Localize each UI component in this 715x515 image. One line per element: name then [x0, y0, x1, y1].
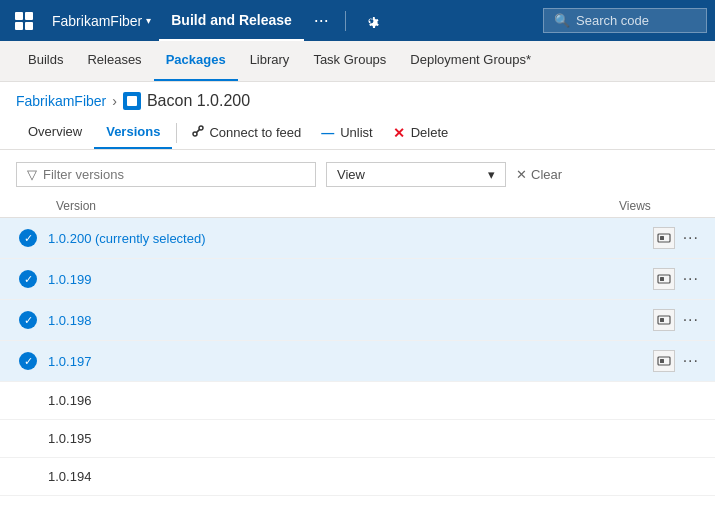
breadcrumb: FabrikamFiber › Bacon 1.0.200 — [0, 82, 715, 116]
filter-icon: ▽ — [27, 167, 37, 182]
nav-item-library[interactable]: Library — [238, 40, 302, 81]
svg-point-6 — [199, 126, 203, 130]
row-actions: ··· — [653, 227, 699, 249]
nav-item-task-groups[interactable]: Task Groups — [301, 40, 398, 81]
row-view-icon[interactable] — [653, 227, 675, 249]
row-version-link[interactable]: 1.0.199 — [48, 272, 653, 287]
svg-rect-1 — [25, 12, 33, 20]
column-header-views: Views — [619, 199, 699, 213]
table-body: ✓ 1.0.200 (currently selected) ··· ✓ 1.0… — [0, 218, 715, 496]
row-more-icon[interactable]: ··· — [683, 352, 699, 370]
row-actions: ··· — [653, 268, 699, 290]
row-checkbox[interactable]: ✓ — [16, 226, 40, 250]
row-version-text: 1.0.195 — [16, 431, 699, 446]
svg-rect-9 — [660, 236, 664, 240]
top-nav: FabrikamFiber ▾ Build and Release ··· 🔍 … — [0, 0, 715, 41]
table-row: ✓ 1.0.200 (currently selected) ··· — [0, 218, 715, 259]
connect-to-feed-button[interactable]: Connect to feed — [181, 118, 311, 147]
row-version-link[interactable]: 1.0.200 (currently selected) — [48, 231, 653, 246]
unlist-button[interactable]: — Unlist — [311, 119, 383, 146]
nav-item-builds[interactable]: Builds — [16, 40, 75, 81]
svg-rect-2 — [15, 22, 23, 30]
clear-button[interactable]: ✕ Clear — [516, 167, 562, 182]
settings-icon[interactable] — [352, 12, 390, 30]
nav-item-releases[interactable]: Releases — [75, 40, 153, 81]
svg-rect-3 — [25, 22, 33, 30]
row-version-text: 1.0.194 — [16, 469, 699, 484]
table-row: ✓ 1.0.197 ··· — [0, 341, 715, 382]
view-label: View — [337, 167, 365, 182]
section-link[interactable]: Build and Release — [159, 0, 304, 41]
row-version-text: 1.0.196 — [16, 393, 699, 408]
row-more-icon[interactable]: ··· — [683, 311, 699, 329]
table-row: 1.0.194 — [0, 458, 715, 496]
unlist-icon: — — [321, 125, 334, 140]
table-header: Version Views — [0, 195, 715, 218]
secondary-nav: Builds Releases Packages Library Task Gr… — [0, 41, 715, 82]
tabs-row: Overview Versions Connect to feed — Unli… — [0, 116, 715, 150]
row-view-icon[interactable] — [653, 350, 675, 372]
view-dropdown[interactable]: View ▾ — [326, 162, 506, 187]
checkbox-checked-icon: ✓ — [19, 270, 37, 288]
more-options-button[interactable]: ··· — [304, 10, 339, 31]
row-checkbox[interactable]: ✓ — [16, 267, 40, 291]
svg-line-7 — [197, 129, 200, 132]
package-icon — [123, 92, 141, 110]
checkbox-checked-icon: ✓ — [19, 352, 37, 370]
clear-x-icon: ✕ — [516, 167, 527, 182]
row-more-icon[interactable]: ··· — [683, 229, 699, 247]
delete-button[interactable]: ✕ Delete — [383, 119, 459, 147]
nav-item-packages[interactable]: Packages — [154, 40, 238, 81]
search-icon: 🔍 — [554, 13, 570, 28]
org-name: FabrikamFiber — [52, 13, 142, 29]
row-view-icon[interactable] — [653, 268, 675, 290]
svg-rect-11 — [660, 277, 664, 281]
checkbox-checked-icon: ✓ — [19, 311, 37, 329]
view-chevron-icon: ▾ — [488, 167, 495, 182]
svg-point-5 — [193, 132, 197, 136]
connect-icon — [191, 124, 205, 141]
svg-rect-0 — [15, 12, 23, 20]
row-version-link[interactable]: 1.0.197 — [48, 354, 653, 369]
tab-overview[interactable]: Overview — [16, 116, 94, 149]
svg-rect-15 — [660, 359, 664, 363]
org-chevron: ▾ — [146, 15, 151, 26]
breadcrumb-org[interactable]: FabrikamFiber — [16, 93, 106, 109]
row-checkbox[interactable]: ✓ — [16, 308, 40, 332]
svg-rect-4 — [127, 96, 137, 106]
row-version-link[interactable]: 1.0.198 — [48, 313, 653, 328]
row-view-icon[interactable] — [653, 309, 675, 331]
filter-row: ▽ View ▾ ✕ Clear — [0, 150, 715, 195]
tab-divider — [176, 123, 177, 143]
table-row: ✓ 1.0.199 ··· — [0, 259, 715, 300]
table-row: 1.0.196 — [0, 382, 715, 420]
breadcrumb-separator: › — [112, 93, 117, 109]
table-row: ✓ 1.0.198 ··· — [0, 300, 715, 341]
column-header-version: Version — [56, 199, 619, 213]
delete-label: Delete — [411, 125, 449, 140]
nav-divider — [345, 11, 346, 31]
search-placeholder: Search code — [576, 13, 649, 28]
clear-label: Clear — [531, 167, 562, 182]
app-logo[interactable] — [8, 5, 40, 37]
org-selector[interactable]: FabrikamFiber ▾ — [44, 13, 159, 29]
filter-input[interactable] — [43, 167, 305, 182]
checkbox-checked-icon: ✓ — [19, 229, 37, 247]
table-row: 1.0.195 — [0, 420, 715, 458]
unlist-label: Unlist — [340, 125, 373, 140]
row-actions: ··· — [653, 309, 699, 331]
nav-item-deployment-groups[interactable]: Deployment Groups* — [398, 40, 543, 81]
filter-input-wrapper: ▽ — [16, 162, 316, 187]
row-more-icon[interactable]: ··· — [683, 270, 699, 288]
row-actions: ··· — [653, 350, 699, 372]
svg-rect-13 — [660, 318, 664, 322]
breadcrumb-package: Bacon 1.0.200 — [147, 92, 250, 110]
tab-versions[interactable]: Versions — [94, 116, 172, 149]
row-checkbox[interactable]: ✓ — [16, 349, 40, 373]
search-box[interactable]: 🔍 Search code — [543, 8, 707, 33]
connect-label: Connect to feed — [209, 125, 301, 140]
delete-icon: ✕ — [393, 125, 405, 141]
